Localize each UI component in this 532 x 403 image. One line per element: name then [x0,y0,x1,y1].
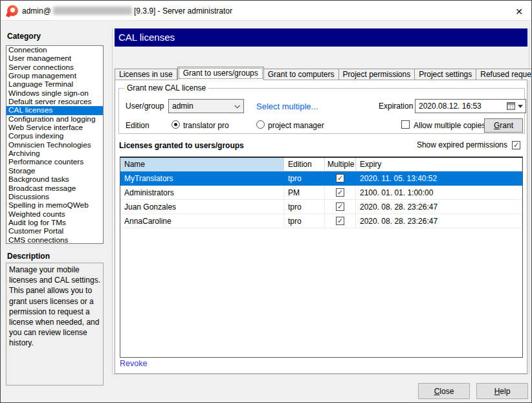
memoq-logo-icon [7,5,18,16]
show-expired-permissions[interactable]: Show expired permissions ✓ [417,140,520,149]
table-row[interactable]: Administrators PM ✓ 2100. 01. 01. 1:00:0… [120,186,522,200]
description-text: Manage your mobile licenses and CAL sett… [6,263,104,386]
sidebar-item-customer-portal[interactable]: Customer Portal [6,227,103,235]
tab-project-permissions[interactable]: Project permissions [339,69,416,80]
column-header-edition[interactable]: Edition [284,158,325,171]
sidebar-item-discussions[interactable]: Discussions [6,193,103,201]
edition-label: Edition [126,121,150,130]
sidebar-item-cal-licenses[interactable]: CAL licenses [6,106,103,114]
column-header-name[interactable]: Name [120,158,284,171]
title-user: admin@ [22,6,51,16]
multiple-checkbox[interactable]: ✓ [336,188,344,197]
column-header-expiry[interactable]: Expiry [356,158,522,171]
tab-grant-to-users-groups[interactable]: Grant to users/groups [177,67,264,80]
column-header-multiple[interactable]: Multiple [325,158,356,171]
left-separator [112,28,113,374]
grant-new-cal-license-groupbox: Grant new CAL license User/group admin S… [118,88,525,134]
sidebar-item-windows-single-sign-on[interactable]: Windows single sign-on [6,89,103,98]
sidebar-item-corpus-indexing[interactable]: Corpus indexing [6,132,103,140]
sidebar-item-user-management[interactable]: User management [6,54,103,63]
multiple-checkbox[interactable]: ✓ [336,217,344,225]
window-title: admin@[9.3.9] - Server administrator [22,6,232,16]
multiple-checkbox[interactable]: ✓ [336,174,344,182]
dropdown-arrow-icon[interactable] [518,105,523,108]
sidebar-item-cms-connections[interactable]: CMS connections [6,236,103,244]
show-expired-checkbox[interactable]: ✓ [512,141,520,149]
tab-grant-to-computers[interactable]: Grant to computers [264,69,339,80]
tab-refused-requests[interactable]: Refused requests [476,69,532,80]
table-header-row: Name Edition Multiple Expiry [120,158,522,171]
expiration-value: 2020.08.12. 16:53 [419,102,482,111]
table-row[interactable]: MyTranslators tpro ✓ 2020. 11. 05. 13:40… [120,171,522,186]
user-group-label: User/group [126,102,164,111]
tab-page-grant-to-users-groups: Grant new CAL license User/group admin S… [115,80,527,374]
allow-multiple-copies-label[interactable]: Allow multiple copies [414,121,485,130]
sidebar-item-group-management[interactable]: Group management [6,72,103,80]
multiple-checkbox[interactable]: ✓ [336,202,344,211]
sidebar-item-audit-log-for-tms[interactable]: Audit log for TMs [6,219,103,227]
sidebar-item-broadcast-message[interactable]: Broadcast message [6,184,103,193]
close-icon[interactable]: ✕ [513,5,526,18]
chevron-down-icon [234,103,239,108]
user-group-value: admin [172,102,194,111]
sidebar-item-default-server-resources[interactable]: Default server resources [6,98,103,106]
description-label: Description [7,252,50,261]
sidebar-item-connection[interactable]: Connection [6,46,103,54]
show-expired-label: Show expired permissions [417,140,507,149]
radio-project-manager[interactable] [256,120,265,129]
sidebar-item-configuration-and-logging[interactable]: Configuration and logging [6,115,103,124]
tab-project-settings[interactable]: Project settings [415,69,476,80]
help-button[interactable]: Help [476,383,528,399]
radio-translator-pro[interactable] [172,120,180,129]
sidebar-item-server-connections[interactable]: Server connections [6,63,103,72]
user-group-dropdown[interactable]: admin [168,99,244,113]
granted-list-title: Licenses granted to users/groups [119,141,244,150]
table-row[interactable]: AnnaCaroline tpro ✓ 2020. 08. 28. 23:26:… [120,214,522,228]
radio-translator-pro-label[interactable]: translator pro [183,121,229,130]
granted-licenses-table[interactable]: Name Edition Multiple Expiry MyTranslato… [120,157,523,358]
close-button[interactable]: Close [418,383,470,399]
grant-button[interactable]: Grant [484,118,523,133]
right-separator [529,28,529,374]
sidebar-item-background-tasks[interactable]: Background tasks [6,175,103,184]
sidebar-item-spelling-in-memoqweb[interactable]: Spelling in memoQWeb [6,201,103,210]
revoke-link[interactable]: Revoke [120,359,147,368]
sidebar-item-language-terminal[interactable]: Language Terminal [6,80,103,89]
tab-licenses-in-use[interactable]: Licenses in use [115,69,177,80]
select-multiple-link[interactable]: Select multiple... [256,102,318,111]
redacted-server-name [53,6,132,15]
sidebar-item-web-service-interface[interactable]: Web Service interface [6,124,103,132]
footer-separator [113,374,528,375]
category-listbox[interactable]: Connection User management Server connec… [6,45,104,244]
sidebar-item-performance-counters[interactable]: Performance counters [6,158,103,166]
expiration-label: Expiration [379,102,413,111]
server-administrator-dialog: admin@[9.3.9] - Server administrator ✕ C… [0,0,532,403]
title-version: [9.3.9] - Server administrator [134,6,232,16]
title-bar[interactable]: admin@[9.3.9] - Server administrator ✕ [1,1,532,21]
tab-strip: Licenses in use Grant to users/groups Gr… [115,67,527,80]
sidebar-item-omniscien-technologies[interactable]: Omniscien Technologies [6,141,103,149]
sidebar-item-archiving[interactable]: Archiving [6,149,103,158]
table-row[interactable]: Juan Gonzales tpro ✓ 2020. 08. 28. 23:26… [120,200,522,214]
sidebar-item-weighted-counts[interactable]: Weighted counts [6,210,103,219]
sidebar-item-storage[interactable]: Storage [6,167,103,175]
groupbox-legend: Grant new CAL license [124,83,208,93]
allow-multiple-copies-checkbox[interactable] [401,120,410,129]
category-label: Category [7,32,41,41]
page-title: CAL licenses [115,28,527,47]
calendar-icon[interactable] [507,102,515,110]
expiration-datepicker[interactable]: 2020.08.12. 16:53 [415,99,526,113]
radio-project-manager-label[interactable]: project manager [268,121,324,130]
